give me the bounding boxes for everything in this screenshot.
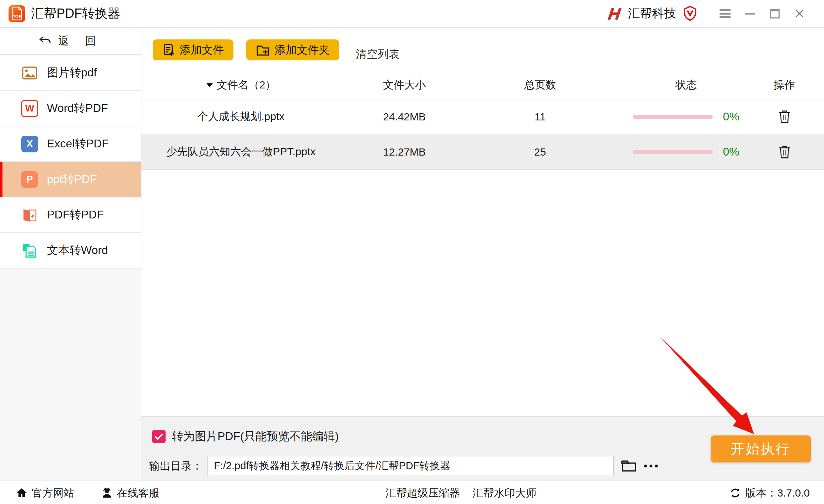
add-folder-icon xyxy=(256,43,270,57)
compressor-app-link[interactable]: 汇帮超级压缩器 xyxy=(386,481,460,504)
check-icon xyxy=(154,433,163,440)
file-action xyxy=(760,110,824,124)
vip-shield-icon[interactable] xyxy=(682,5,698,22)
image-pdf-checkbox[interactable] xyxy=(152,430,166,443)
back-label: 返 回 xyxy=(58,33,103,48)
app-logo-icon: PDF xyxy=(9,5,25,22)
image-icon xyxy=(21,65,38,81)
file-action xyxy=(760,145,824,159)
more-options-button[interactable] xyxy=(643,456,659,476)
watermark-app-link[interactable]: 汇帮水印大师 xyxy=(473,481,537,504)
file-status: 0% xyxy=(612,110,760,123)
pdf-book-icon xyxy=(21,207,38,223)
word-icon: W xyxy=(21,100,38,117)
menu-button[interactable] xyxy=(712,3,737,24)
column-header-size: 文件大小 xyxy=(340,78,468,92)
file-size: 12.27MB xyxy=(340,146,468,158)
window-controls xyxy=(712,3,812,24)
start-button[interactable]: 开始执行 xyxy=(711,435,811,462)
output-directory-row: 输出目录： xyxy=(149,456,659,476)
file-status: 0% xyxy=(612,145,760,158)
table-row[interactable]: 少先队员六知六会一做PPT.pptx 12.27MB 25 0% xyxy=(141,135,824,170)
ppt-icon: P xyxy=(21,171,38,188)
sidebar-item-label: 文本转Word xyxy=(47,243,108,258)
delete-file-button[interactable] xyxy=(778,110,791,124)
file-pages: 25 xyxy=(468,146,612,158)
sidebar-item-label: Excel转PDF xyxy=(47,136,109,152)
app-logo-text: PDF xyxy=(9,14,25,19)
titlebar: PDF 汇帮PDF转换器 H 汇帮科技 xyxy=(0,0,824,28)
text-doc-icon xyxy=(21,242,38,259)
trash-icon xyxy=(778,110,791,124)
official-website-link[interactable]: 官方网站 xyxy=(16,481,74,504)
sidebar-item-text-to-word[interactable]: 文本转Word xyxy=(0,233,141,269)
sidebar: 返 回 图片转pdf W Word转PDF X Excel转PDF xyxy=(0,28,141,481)
sidebar-item-label: 图片转pdf xyxy=(47,65,97,81)
add-folder-button[interactable]: 添加文件夹 xyxy=(246,39,339,60)
sidebar-item-label: PDF转PDF xyxy=(47,207,104,223)
support-agent-icon xyxy=(101,487,113,499)
home-icon xyxy=(16,487,27,499)
progress-percent: 0% xyxy=(723,110,739,123)
maximize-button[interactable] xyxy=(762,3,787,24)
update-icon xyxy=(729,487,741,499)
add-folder-label: 添加文件夹 xyxy=(275,43,330,58)
column-header-pages: 总页数 xyxy=(468,78,612,92)
file-pages: 11 xyxy=(468,111,612,123)
app-window: PDF 汇帮PDF转换器 H 汇帮科技 xyxy=(0,0,824,504)
image-pdf-checkbox-label: 转为图片PDF(只能预览不能编辑) xyxy=(172,429,339,444)
close-icon xyxy=(794,8,805,19)
file-size: 24.42MB xyxy=(340,111,468,123)
column-header-status: 状态 xyxy=(612,78,760,92)
app-identity: PDF 汇帮PDF转换器 xyxy=(0,5,120,22)
image-pdf-option: 转为图片PDF(只能预览不能编辑) xyxy=(152,429,339,444)
toolbar: 添加文件 添加文件夹 清空列表 xyxy=(141,28,824,71)
delete-file-button[interactable] xyxy=(778,145,791,159)
sidebar-item-excel-to-pdf[interactable]: X Excel转PDF xyxy=(0,126,141,162)
excel-icon: X xyxy=(21,136,38,152)
sidebar-item-image-to-pdf[interactable]: 图片转pdf xyxy=(0,55,141,91)
folder-icon xyxy=(621,459,637,473)
add-file-icon xyxy=(162,43,175,57)
back-button[interactable]: 返 回 xyxy=(0,28,141,55)
progress-bar xyxy=(633,115,713,119)
brand-name: 汇帮科技 xyxy=(628,5,676,22)
sidebar-item-label: Word转PDF xyxy=(47,101,108,116)
bottom-panel: 转为图片PDF(只能预览不能编辑) 输出目录： 开始执行 xyxy=(141,416,824,481)
file-name: 个人成长规划.pptx xyxy=(141,109,340,124)
add-file-label: 添加文件 xyxy=(180,43,224,58)
table-header: 文件名（2） 文件大小 总页数 状态 操作 xyxy=(141,71,824,99)
titlebar-right: H 汇帮科技 xyxy=(608,3,824,24)
sidebar-item-word-to-pdf[interactable]: W Word转PDF xyxy=(0,91,141,126)
online-support-link[interactable]: 在线客服 xyxy=(101,481,160,504)
sort-desc-icon xyxy=(206,83,213,87)
output-path-input[interactable] xyxy=(208,456,614,476)
browse-folder-button[interactable] xyxy=(621,459,637,473)
progress-percent: 0% xyxy=(723,145,739,158)
sidebar-item-label: ppt转PDF xyxy=(47,172,97,187)
app-title: 汇帮PDF转换器 xyxy=(31,5,120,22)
file-name: 少先队员六知六会一做PPT.pptx xyxy=(141,145,340,159)
output-directory-label: 输出目录： xyxy=(149,459,203,473)
sidebar-item-ppt-to-pdf[interactable]: P ppt转PDF xyxy=(0,162,141,197)
back-icon xyxy=(38,35,51,47)
brand-logo-icon: H xyxy=(607,5,621,22)
table-row[interactable]: 个人成长规划.pptx 24.42MB 11 0% xyxy=(141,99,824,135)
minimize-button[interactable] xyxy=(737,3,762,24)
add-file-button[interactable]: 添加文件 xyxy=(153,39,233,60)
minimize-icon xyxy=(745,13,755,15)
footer: 官方网站 在线客服 汇帮超级压缩器 汇帮水印大师 版本：3.7.0.0 xyxy=(0,481,824,504)
sidebar-item-pdf-to-pdf[interactable]: PDF转PDF xyxy=(0,197,141,233)
clear-list-button[interactable]: 清空列表 xyxy=(356,47,400,62)
column-header-action: 操作 xyxy=(760,78,824,92)
version-info: 版本：3.7.0.0 xyxy=(729,481,810,504)
close-button[interactable] xyxy=(787,3,812,24)
column-header-filename[interactable]: 文件名（2） xyxy=(141,78,340,92)
maximize-icon xyxy=(770,9,780,18)
progress-bar xyxy=(633,150,713,154)
main-content: 添加文件 添加文件夹 清空列表 文件名（2） 文件大小 总页数 状态 操作 个人… xyxy=(141,28,824,481)
trash-icon xyxy=(778,145,791,159)
